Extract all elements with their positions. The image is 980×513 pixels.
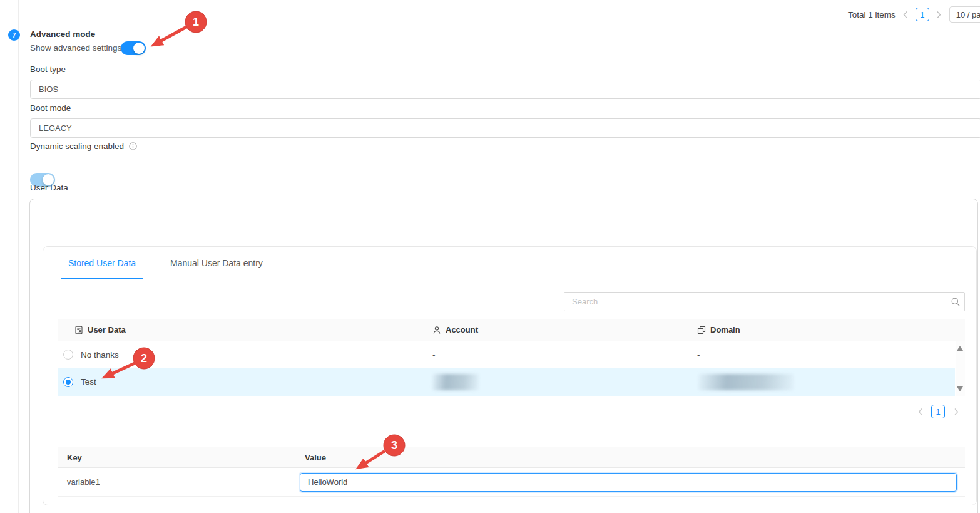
annotation-number-1: 1 [193,16,199,28]
page-number-button[interactable]: 1 [916,8,929,21]
user-data-label: User Data [30,183,68,192]
scroll-down-arrow-icon[interactable] [957,386,963,391]
column-label: Domain [710,325,740,334]
user-data-tabs: Stored User Data Manual User Data entry [43,247,976,279]
top-pagination: Total 1 items 1 10 / page [848,6,980,23]
step-number-badge: 7 [8,29,20,41]
chevron-right-icon [936,11,942,19]
annotation-arrow-1 [160,27,186,41]
column-header-domain: Domain [692,319,965,341]
row-account-cell: - [427,350,692,360]
redacted-domain-value [698,374,794,390]
stored-user-data-table: User Data Account Domain No thanks [58,319,965,396]
redacted-account-value [432,374,479,390]
table-next-page-button[interactable] [952,405,961,418]
row-name-label: Test [81,377,96,386]
dynamic-scaling-label-text: Dynamic scaling enabled [30,142,124,151]
show-advanced-settings-toggle[interactable] [121,41,146,55]
kv-key-cell: variable1 [58,477,297,487]
kv-value-header: Value [297,453,965,462]
overlapping-squares-icon [697,326,706,334]
column-header-account: Account [427,319,692,341]
search-icon [951,297,961,307]
table-scrollbar[interactable] [956,341,965,396]
active-tab-indicator [61,278,143,279]
dynamic-scaling-label: Dynamic scaling enabled [30,142,137,151]
search-bar [564,292,965,311]
total-items-label: Total 1 items [848,10,896,19]
boot-mode-label: Boot mode [30,103,71,113]
radio-unselected[interactable] [63,350,73,360]
scroll-up-arrow-icon[interactable] [957,346,963,351]
page-size-select[interactable]: 10 / page [949,6,980,23]
chevron-left-icon [917,408,923,416]
boot-mode-input[interactable] [30,118,980,138]
chevron-left-icon [902,11,908,19]
next-page-button[interactable] [935,8,944,21]
chevron-right-icon [954,408,959,416]
tab-stored-user-data[interactable]: Stored User Data [61,247,143,279]
search-input[interactable] [564,292,946,311]
user-data-card: Stored User Data Manual User Data entry [43,246,977,505]
key-value-table: Key Value variable1 [58,447,965,497]
table-header-row: User Data Account Domain [58,319,965,341]
kv-value-cell [297,473,965,492]
show-advanced-settings-label: Show advanced settings [30,43,121,53]
row-name-cell: No thanks [58,350,427,360]
radio-selected[interactable] [63,377,73,387]
row-account-cell [427,374,692,390]
search-button[interactable] [946,292,965,311]
advanced-mode-title: Advanced mode [30,29,95,39]
table-row-no-thanks[interactable]: No thanks - - [58,341,955,368]
table-prev-page-button[interactable] [916,405,924,418]
column-label: Account [446,325,478,334]
row-domain-cell: - [692,350,955,360]
table-page-number-button[interactable]: 1 [931,405,945,418]
column-label: User Data [88,325,126,334]
profile-card-icon [74,326,83,334]
kv-header-row: Key Value [58,447,965,468]
step-connector-line [18,0,19,513]
annotation-1: 1 [160,11,207,41]
info-circle-icon [129,142,137,150]
tab-manual-user-data-entry[interactable]: Manual User Data entry [170,247,263,279]
row-name-label: No thanks [81,350,119,360]
annotation-circle-1 [185,11,207,33]
prev-page-button[interactable] [901,8,910,21]
kv-row: variable1 [58,468,965,497]
row-name-cell: Test [58,377,427,387]
kv-value-input[interactable] [300,473,957,492]
advanced-settings-page: { "colors": { "accent": "#1890ff", "anno… [0,0,980,513]
row-domain-cell [692,374,955,390]
toggle-knob [133,43,145,54]
column-header-user-data: User Data [58,319,427,341]
boot-type-input[interactable] [30,80,980,99]
kv-key-header: Key [58,453,297,462]
table-row-test[interactable]: Test [58,368,955,396]
boot-type-label: Boot type [30,65,66,74]
person-icon [432,326,441,334]
table-pagination: 1 [916,405,961,418]
